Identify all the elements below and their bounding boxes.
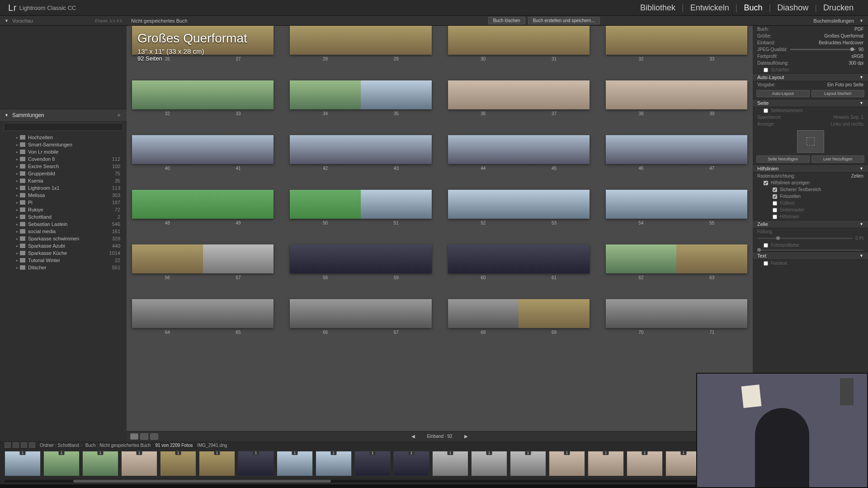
book-spread[interactable]: 6667 — [290, 299, 431, 335]
collection-row[interactable]: ▸Sebastian Lastein546 — [0, 221, 127, 228]
filmstrip-thumb[interactable]: 1 — [5, 451, 41, 476]
back-icon[interactable] — [21, 442, 27, 448]
add-collection-icon[interactable]: ＋ — [116, 111, 122, 119]
setting-row[interactable]: Dateiauflösung:300 dpi — [753, 60, 868, 66]
sharpen-toggle[interactable]: Schärfen: — [753, 66, 868, 73]
spread-grid[interactable]: 2627282930313233323334353637383940414243… — [132, 26, 747, 335]
book-spread[interactable]: 2829 — [290, 26, 431, 61]
collection-row[interactable]: ▸Schottland2 — [0, 213, 127, 221]
filmstrip-thumb[interactable]: 1 — [121, 451, 157, 476]
setting-row[interactable]: Einband:Bedrucktes Hardcover — [753, 39, 868, 46]
collection-row[interactable]: ▸social media161 — [0, 228, 127, 235]
collection-row[interactable]: ▸Sparkasse schwimmen328 — [0, 235, 127, 242]
chevron-down-icon[interactable]: ▼ — [5, 19, 9, 23]
add-blank-button[interactable]: Leer hinzufügen — [811, 155, 865, 163]
next-page-button[interactable]: ▶ — [460, 434, 472, 439]
collection-row[interactable]: ▸Pi187 — [0, 199, 127, 206]
collection-row[interactable]: ▸Rukiye72 — [0, 206, 127, 213]
book-spread[interactable]: 3435 — [290, 80, 431, 116]
module-print[interactable]: Drucken — [817, 3, 860, 13]
book-spread[interactable]: 3233 — [132, 80, 274, 116]
text-header[interactable]: Text▼ — [753, 252, 868, 260]
cell-header[interactable]: Zelle▼ — [753, 220, 868, 228]
spread-view-icon[interactable] — [140, 433, 148, 440]
save-book-button[interactable]: Buch erstellen und speichern... — [528, 17, 600, 24]
page-header[interactable]: Seite▼ — [753, 99, 868, 107]
page-numbers-toggle[interactable]: Seitennummern — [753, 107, 868, 114]
filmstrip-thumb[interactable]: 1 — [471, 451, 507, 476]
delete-book-button[interactable]: Buch löschen — [488, 17, 525, 24]
secondary-display-icon[interactable] — [13, 442, 19, 448]
grid-icon[interactable] — [5, 442, 11, 448]
book-spread[interactable]: 4243 — [290, 135, 431, 171]
filmstrip-thumb[interactable]: 1 — [82, 451, 118, 476]
filmstrip-thumb[interactable]: 1 — [588, 451, 624, 476]
filmstrip-thumb[interactable]: 1 — [393, 451, 429, 476]
book-spread[interactable]: 6263 — [606, 244, 747, 280]
filmstrip-thumb[interactable]: 1 — [627, 451, 663, 476]
book-spread[interactable]: 5455 — [606, 190, 747, 225]
book-spread[interactable]: 5657 — [132, 244, 274, 280]
setting-row[interactable]: Größe:Großes Querformat — [753, 33, 868, 39]
collection-row[interactable]: ▸Lightroom 1x1113 — [0, 184, 127, 192]
view-mode-switch[interactable] — [130, 433, 158, 440]
book-spread[interactable]: 4445 — [448, 135, 590, 171]
filmstrip-breadcrumb[interactable]: Ordner : Schottland› Buch : Nicht gespei… — [40, 443, 151, 448]
book-spread[interactable]: 3031 — [448, 26, 590, 61]
module-slideshow[interactable]: Diashow — [771, 3, 815, 13]
filmstrip-thumb[interactable]: 1 — [432, 451, 468, 476]
book-spread[interactable]: 5051 — [290, 190, 431, 225]
collections-filter-input[interactable] — [4, 123, 123, 131]
book-settings-header[interactable]: Bucheinstellungen — [813, 18, 854, 23]
filmstrip-thumb[interactable]: 1 — [238, 451, 274, 476]
show-guides-toggle[interactable]: Hilfslinien anzeigen — [753, 179, 868, 186]
collections-header[interactable]: ▼ Sammlungen ＋ — [0, 109, 127, 121]
collection-row[interactable]: ▸Covendon 8112 — [0, 155, 127, 163]
module-book[interactable]: Buch — [738, 3, 769, 13]
filmstrip-thumb[interactable]: 1 — [549, 451, 585, 476]
filmstrip-thumb[interactable]: 1 — [199, 451, 235, 476]
book-spread[interactable]: 6869 — [448, 299, 590, 335]
collection-row[interactable]: ▸Gruppenbild75 — [0, 170, 127, 177]
zoom-levels[interactable]: Einpas. 1:1 4:1 — [95, 19, 122, 23]
guide-option[interactable]: Hilfslinien — [753, 213, 868, 220]
collection-row[interactable]: ▸Sparkasse Azubi440 — [0, 242, 127, 249]
filmstrip-thumb[interactable]: 1 — [43, 451, 80, 476]
setting-row[interactable]: Buch:PDF — [753, 26, 868, 33]
page-template-preview[interactable] — [797, 130, 824, 153]
grid-view-icon[interactable] — [130, 433, 138, 440]
book-spread[interactable]: 3637 — [448, 80, 590, 116]
auto-layout-header[interactable]: Auto-Layout▼ — [753, 73, 868, 81]
forward-icon[interactable] — [29, 442, 35, 448]
module-library[interactable]: Bibliothek — [634, 3, 682, 13]
setting-row[interactable]: JPEG-Qualität:90 — [753, 46, 868, 53]
book-spread[interactable]: 4647 — [606, 135, 747, 171]
filmstrip-thumb[interactable]: 1 — [277, 451, 313, 476]
filmstrip-nav[interactable] — [5, 442, 35, 448]
module-develop[interactable]: Entwickeln — [684, 3, 736, 13]
collection-row[interactable]: ▸Ksenia35 — [0, 177, 127, 184]
guide-option[interactable]: Fülltext — [753, 200, 868, 206]
chevron-down-icon[interactable]: ▼ — [859, 19, 863, 23]
collection-row[interactable]: ▸Ditscher551 — [0, 264, 127, 271]
guides-header[interactable]: Hilfslinien▼ — [753, 164, 868, 173]
book-spread[interactable]: 7071 — [606, 299, 747, 335]
filmstrip-thumb[interactable]: 1 — [316, 451, 352, 476]
guide-option[interactable]: Sicherer Textbereich — [753, 186, 868, 193]
filmstrip-thumb[interactable]: 1 — [354, 451, 391, 476]
book-spread[interactable]: 3233 — [606, 26, 747, 61]
cell-padding-slider[interactable]: 0 Pt — [753, 235, 868, 242]
auto-layout-button[interactable]: Auto-Layout — [756, 90, 810, 97]
book-spread[interactable]: 6465 — [132, 299, 274, 335]
guide-option[interactable]: Seitenraster — [753, 206, 868, 213]
collection-row[interactable]: ▸Excire Search100 — [0, 163, 127, 170]
collection-row[interactable]: ▸Tutorial Winter22 — [0, 257, 127, 264]
collection-row[interactable]: ▸Sparkasse Küche1014 — [0, 249, 127, 257]
single-page-view-icon[interactable] — [150, 433, 158, 440]
collection-row[interactable]: ▸Melissa303 — [0, 192, 127, 199]
book-spread[interactable]: 4041 — [132, 135, 274, 171]
book-spread[interactable]: 5859 — [290, 244, 431, 280]
photo-border-toggle[interactable]: Fotorandfarbe: — [753, 242, 868, 249]
guide-option[interactable]: Fotozellen — [753, 193, 868, 200]
book-spread[interactable]: 4849 — [132, 190, 274, 225]
